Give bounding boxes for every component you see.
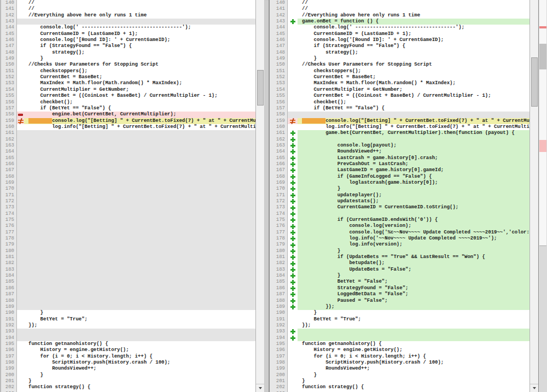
code-line[interactable]: 152 CurrentBet = BaseBet; [270,74,529,80]
code-line[interactable]: 194 [1,335,255,341]
code-line[interactable]: 192}); [270,323,529,329]
code-line[interactable]: 198 ScriptHistory.push(History.crash / 1… [270,360,529,366]
code-line[interactable]: 176 console.log(version); [270,223,529,229]
code-line[interactable]: 164 [1,149,255,155]
code-line[interactable]: 142//Everything above here only runs 1 t… [1,13,255,19]
code-line[interactable]: 165 LastCrash = game.history[0].crash; [270,155,529,161]
code-line[interactable]: 163 console.log(payout); [270,143,529,149]
code-line[interactable]: 150//Checks User Parameters for Stopping… [270,62,529,68]
code-line[interactable]: 192}); [1,323,255,329]
code-line[interactable]: 199 RoundsViewed++; [270,366,529,372]
code-line[interactable]: 177 [1,230,255,236]
code-line[interactable]: 197 for (i = 0; i < History.length; i++)… [270,354,529,360]
code-line[interactable]: 154 CurrentMultiplier = GetNumber; [1,87,255,93]
code-line[interactable]: 149 } [270,56,529,62]
code-line[interactable]: 170 [1,186,255,192]
code-line[interactable]: 195function getnanohistory() { [1,341,255,347]
code-line[interactable]: 148 strategy(); [1,50,255,56]
code-line[interactable]: 142//Everything above here only runs 1 t… [270,13,529,19]
code-line[interactable]: 162 [270,137,529,143]
code-line[interactable]: 196 History = engine.getHistory(); [1,347,255,353]
code-line[interactable]: 161 [1,130,255,136]
code-line[interactable]: 145 CurrentGameID = (LastGameID + 1); [1,31,255,37]
code-line[interactable]: 158 [270,112,529,118]
code-line[interactable]: 166 PrevCashOut = LastCrash; [270,161,529,167]
code-line[interactable]: 145 CurrentGameID = (LastGameID + 1); [270,31,529,37]
code-line[interactable]: 157 if (BetYet == "False") { [1,106,255,112]
code-line[interactable]: 172 updatestats(); [270,198,529,204]
code-line[interactable]: 165 [1,155,255,161]
code-line[interactable]: 171 [1,192,255,198]
code-line[interactable]: 155 CurrentBet = ((CoinLost + BaseBet) /… [1,93,255,99]
code-line[interactable]: 143 [1,19,255,25]
left-scrollbar-thumb[interactable] [257,70,264,106]
code-line[interactable]: 164 RoundsViewed++; [270,149,529,155]
code-line[interactable]: 191 BetYet = "True"; [270,317,529,323]
code-line[interactable]: 162 [1,137,255,143]
right-scrollbar-thumb[interactable] [531,57,538,107]
code-line[interactable]: 180 } [270,248,529,254]
code-line[interactable]: 175 if (CurrentGameID.endsWith('0')) { [270,217,529,223]
code-line[interactable]: 191 BetYet = "True"; [1,317,255,323]
pane-splitter[interactable] [264,0,269,392]
code-line[interactable]: 149 } [1,56,255,62]
code-line[interactable]: 166 [1,161,255,167]
code-line[interactable]: 169 loglastcrash(game.history[0]); [270,180,529,186]
code-line[interactable]: 174 [1,211,255,217]
code-line[interactable]: 184 } [270,273,529,279]
code-line[interactable]: 141// [1,6,255,12]
code-line[interactable]: 158 engine.bet(CurrentBet, CurrentMultip… [1,112,255,118]
code-line[interactable]: 156 checkbet(); [1,100,255,106]
code-line[interactable]: 151 checkstoppers(); [270,68,529,74]
code-line[interactable]: 181 [1,254,255,260]
code-line[interactable]: 153 MaxIndex = Math.floor(Math.random() … [270,80,529,86]
code-line[interactable]: 193 [1,329,255,335]
code-line[interactable]: 156 checkbet(); [270,100,529,106]
code-line[interactable]: 141// [270,6,529,12]
code-line[interactable]: 163 [1,143,255,149]
code-line[interactable]: 201} [1,378,255,384]
code-line[interactable]: 189 }); [270,304,529,310]
code-line[interactable]: 159 console.log("[Betting] " + CurrentBe… [1,118,255,124]
code-line[interactable]: 152 CurrentBet = BaseBet; [1,74,255,80]
left-scroll-down-button[interactable] [256,384,264,392]
code-line[interactable]: 197 for (i = 0; i < History.length; i++)… [1,354,255,360]
left-vertical-scrollbar[interactable] [255,0,264,392]
code-line[interactable]: 202function strategy() { [270,384,529,390]
code-line[interactable]: 151 checkstoppers(); [1,68,255,74]
code-line[interactable]: 184 [1,273,255,279]
code-line[interactable]: 168 [1,174,255,180]
code-line[interactable]: 176 [1,223,255,229]
code-line[interactable]: 150//Checks User Parameters for Stopping… [1,62,255,68]
code-line[interactable]: 159 console.log("[Betting] " + CurrentBe… [270,118,529,124]
code-line[interactable]: 146 console.log('[Round ID]: ' + Current… [1,37,255,43]
code-line[interactable]: 194 [270,335,529,341]
code-line[interactable]: 178 [1,236,255,242]
code-line[interactable]: 154 CurrentMultiplier = GetNumber; [270,87,529,93]
code-line[interactable]: 188 Paused = "False"; [270,298,529,304]
code-line[interactable]: 144 console.log(' ----------------------… [270,25,529,31]
code-line[interactable]: 185 [1,279,255,285]
code-line[interactable]: 190 } [1,310,255,316]
code-line[interactable]: 160 log.info("[Betting] " + CurrentBet.t… [270,124,529,130]
code-line[interactable]: 167 [1,167,255,173]
code-line[interactable]: 170 } [270,186,529,192]
code-line[interactable]: 181 if (UpdateBets == "True" && LastResu… [270,254,529,260]
code-line[interactable]: 157 if (BetYet == "False") { [270,106,529,112]
code-line[interactable]: 169 [1,180,255,186]
code-line[interactable]: 186 StrategyFound = "False"; [270,285,529,291]
code-line[interactable]: 140// [270,0,529,6]
code-line[interactable]: 182 [1,260,255,266]
code-line[interactable]: 160 log.info("[Betting] " + CurrentBet.t… [1,124,255,130]
code-line[interactable]: 167 LastGameID = game.history[0].gameId; [270,167,529,173]
code-line[interactable]: 140// [1,0,255,6]
code-line[interactable]: 177 console.log('%c~~Nov~~~~ Update Comp… [270,230,529,236]
code-line[interactable]: 174 [270,211,529,217]
code-line[interactable]: 196 History = engine.getHistory(); [270,347,529,353]
code-line[interactable]: 187 [1,291,255,297]
code-line[interactable]: 147 if (StrategyFound == "False") { [1,43,255,49]
code-line[interactable]: 188 [1,298,255,304]
code-line[interactable]: 173 CurrentGameID = CurrentGameID.toStri… [270,204,529,210]
code-line[interactable]: 195function getnanohistory() { [270,341,529,347]
code-line[interactable]: 168 if (GameInfoLogged == "False") { [270,174,529,180]
